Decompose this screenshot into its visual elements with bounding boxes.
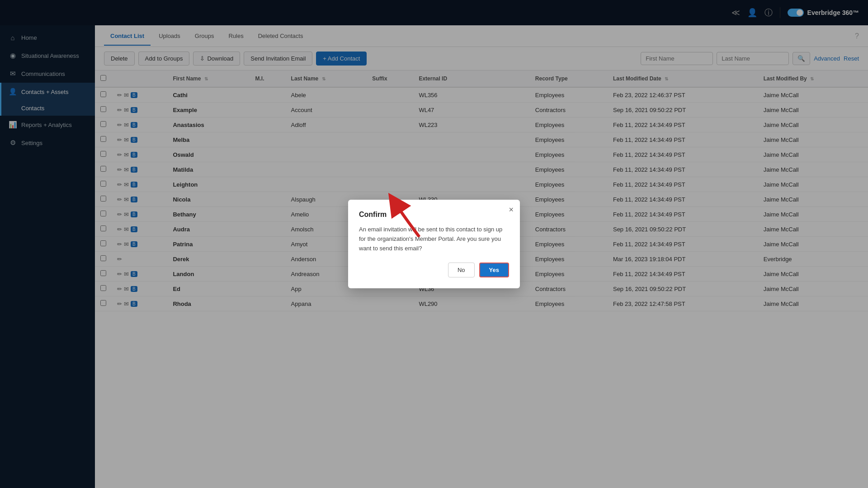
modal-title: Confirm	[359, 211, 509, 219]
modal-no-button[interactable]: No	[448, 263, 475, 277]
modal-body: An email invitation will be sent to this…	[359, 225, 509, 253]
modal-footer: No Yes	[359, 263, 509, 277]
confirm-modal: × Confirm An email invitation will be se…	[348, 200, 520, 288]
modal-overlay: × Confirm An email invitation will be se…	[0, 0, 868, 488]
modal-close-button[interactable]: ×	[509, 205, 514, 215]
modal-yes-button[interactable]: Yes	[479, 263, 509, 277]
